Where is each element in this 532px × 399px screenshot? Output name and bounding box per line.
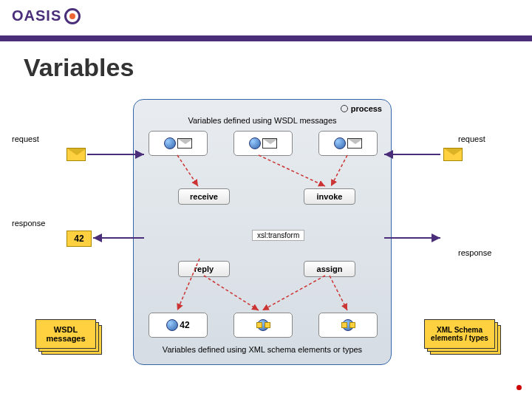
stack-card-front: WSDL messages (35, 319, 96, 349)
caption-xml: Variables defined using XML schema eleme… (134, 345, 391, 354)
stack-xml: XML Schema elements / types (424, 319, 491, 355)
activity-assign: assign (304, 261, 355, 277)
value-42: 42 (180, 320, 189, 330)
xsl-transform-label: xsl:transform (252, 230, 304, 241)
footer-bullet-icon (516, 385, 522, 390)
label-response-right: response (458, 248, 491, 257)
process-label: process (351, 104, 382, 113)
envelope-icon (443, 148, 463, 161)
globe-icon (334, 137, 346, 149)
globe-icon (249, 137, 261, 149)
envelope-icon (347, 138, 362, 149)
elements-icon (338, 320, 358, 330)
value-42-left: 42 (66, 231, 92, 247)
activity-receive: receive (178, 188, 230, 205)
caption-wsdl: Variables defined using WSDL messages (134, 116, 391, 125)
variable-box (233, 313, 293, 338)
logo-text: OASIS (12, 7, 61, 24)
variable-box (149, 131, 208, 156)
process-container: process Variables defined using WSDL mes… (133, 99, 392, 365)
envelope-icon (66, 148, 86, 161)
activity-reply: reply (178, 261, 230, 277)
process-header: process (341, 104, 382, 113)
page-title: Variables (24, 53, 134, 82)
globe-icon (166, 319, 178, 331)
logo-gear-icon (64, 8, 81, 24)
variable-box (318, 131, 378, 156)
globe-icon (164, 137, 176, 149)
process-icon (341, 105, 348, 112)
label-response-left: response (12, 219, 45, 228)
envelope-icon (177, 138, 192, 149)
label-request-left: request (12, 134, 39, 143)
logo: OASIS (12, 7, 81, 24)
activity-invoke: invoke (304, 188, 355, 205)
label-request-right: request (458, 134, 485, 143)
envelope-icon (262, 138, 277, 149)
header-divider (0, 35, 532, 41)
variable-box: 42 (149, 313, 208, 338)
header: OASIS (0, 0, 532, 35)
elements-icon (253, 320, 273, 330)
stack-card-front: XML Schema elements / types (424, 319, 495, 349)
stack-wsdl: WSDL messages (35, 319, 102, 355)
variable-box (233, 131, 293, 156)
variable-box (318, 313, 378, 338)
